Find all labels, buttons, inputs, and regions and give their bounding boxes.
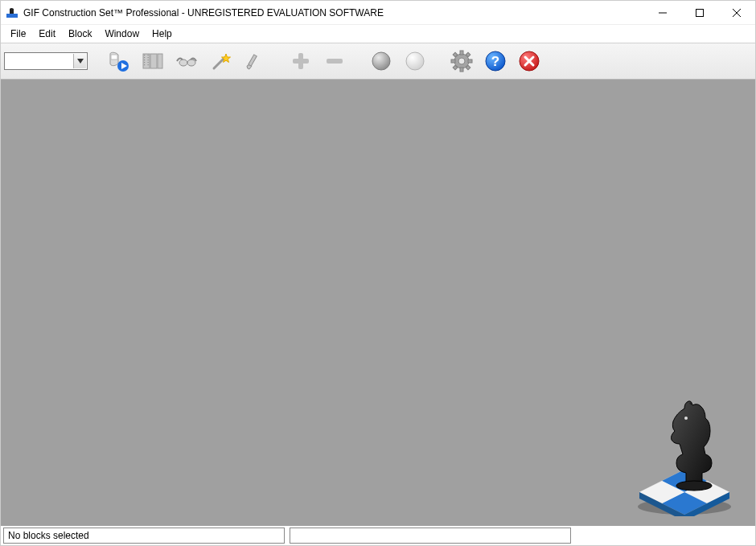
svg-rect-9: [158, 54, 162, 68]
open-play-button[interactable]: [104, 46, 134, 76]
svg-rect-5: [111, 55, 117, 60]
brush-button[interactable]: [239, 46, 269, 76]
close-button[interactable]: [718, 1, 755, 24]
svg-rect-15: [148, 55, 149, 55]
sphere-dark-button[interactable]: [366, 46, 396, 76]
status-bar: No blocks selected: [1, 526, 755, 545]
glasses-button[interactable]: [171, 46, 202, 76]
svg-point-53: [676, 481, 712, 491]
svg-rect-11: [144, 57, 145, 58]
svg-rect-26: [293, 59, 309, 64]
app-icon: [6, 6, 18, 19]
title-bar: GIF Construction Set™ Professional - UNR…: [1, 1, 755, 25]
status-pane-secondary: [290, 528, 571, 544]
svg-point-20: [179, 60, 187, 66]
menu-block[interactable]: Block: [62, 27, 98, 41]
toolbar-separator: [353, 46, 363, 76]
svg-rect-24: [249, 55, 257, 66]
menu-bar: File Edit Block Window Help: [1, 25, 755, 43]
svg-rect-7: [143, 54, 150, 68]
toolbar-separator: [433, 46, 443, 76]
svg-rect-27: [327, 59, 343, 64]
cancel-close-button[interactable]: [514, 46, 544, 76]
filmstrip-button[interactable]: [138, 46, 168, 76]
maximize-button[interactable]: [681, 1, 718, 24]
svg-rect-17: [148, 60, 149, 60]
svg-rect-34: [468, 60, 472, 63]
svg-rect-14: [144, 64, 145, 65]
menu-window[interactable]: Window: [98, 27, 146, 41]
svg-rect-32: [460, 68, 463, 72]
svg-point-21: [187, 60, 195, 66]
svg-point-54: [684, 417, 688, 420]
workspace-area: [1, 80, 755, 526]
svg-rect-8: [150, 54, 157, 68]
svg-rect-2: [696, 9, 704, 16]
window-title: GIF Construction Set™ Professional - UNR…: [23, 7, 644, 18]
toolbar: ?: [1, 43, 755, 80]
svg-rect-12: [144, 60, 145, 60]
toolbar-combo[interactable]: [4, 52, 88, 70]
svg-rect-33: [451, 60, 455, 63]
help-button[interactable]: ?: [480, 46, 511, 76]
status-pane-selection: No blocks selected: [3, 528, 285, 544]
svg-rect-18: [148, 62, 149, 63]
svg-rect-0: [6, 14, 18, 18]
svg-text:?: ?: [491, 54, 499, 69]
remove-minus-button[interactable]: [319, 46, 350, 76]
svg-rect-10: [144, 55, 145, 55]
svg-rect-31: [460, 51, 463, 55]
magic-wand-button[interactable]: [205, 46, 236, 76]
settings-gear-button[interactable]: [446, 46, 477, 76]
svg-point-29: [406, 52, 424, 70]
svg-point-39: [458, 58, 465, 64]
sphere-light-button[interactable]: [400, 46, 430, 76]
knight-chess-logo: [628, 396, 741, 516]
svg-point-28: [372, 52, 390, 70]
toolbar-separator: [91, 46, 101, 76]
svg-line-23: [214, 58, 224, 68]
menu-help[interactable]: Help: [146, 27, 179, 41]
menu-file[interactable]: File: [4, 27, 32, 41]
window-controls: [644, 1, 755, 24]
menu-edit[interactable]: Edit: [32, 27, 62, 41]
add-plus-button[interactable]: [286, 46, 316, 76]
svg-rect-13: [144, 62, 145, 63]
chevron-down-icon: [73, 54, 86, 68]
minimize-button[interactable]: [644, 1, 681, 24]
svg-rect-19: [148, 64, 149, 65]
toolbar-separator: [273, 46, 282, 76]
svg-rect-16: [148, 57, 149, 58]
